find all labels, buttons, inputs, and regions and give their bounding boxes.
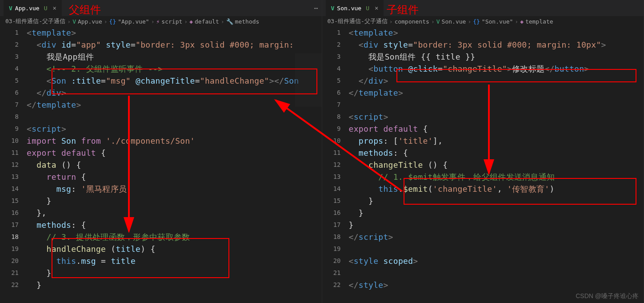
editor-right[interactable]: 12345678910111213141516171819202122 <tem… (322, 27, 644, 303)
editor-left[interactable]: 12345678910111213141516171819202122 <tem… (0, 27, 322, 303)
tab-label: Son.vue (337, 5, 361, 12)
annotation-parent: 父组件 (69, 3, 101, 17)
breadcrumbs[interactable]: 03-组件通信-父子通信 › components › V Son.vue › … (322, 16, 644, 27)
vue-icon: V (331, 5, 335, 12)
more-icon[interactable]: ⋯ (314, 4, 318, 12)
tab-actions: ⋯ (314, 4, 318, 12)
modified-indicator: U (366, 5, 369, 12)
minimap[interactable] (295, 53, 322, 107)
watermark: CSDN @嗓子疼谁心疼 (576, 292, 639, 300)
vue-icon: V (9, 5, 12, 12)
code-area[interactable]: <template> <div style="border: 3px solid… (349, 27, 644, 303)
tab-son-vue[interactable]: V Son.vue U × (326, 0, 384, 16)
annotation-child: 子组件 (387, 3, 419, 17)
close-icon[interactable]: × (375, 4, 378, 12)
line-gutter: 12345678910111213141516171819202122 (322, 27, 349, 303)
editor-pane-left: V App.vue U × 父组件 ⋯ 03-组件通信-父子通信 › V App… (0, 0, 322, 303)
tab-label: App.vue (15, 5, 40, 12)
line-gutter: 12345678910111213141516171819202122 (0, 27, 27, 303)
tab-app-vue[interactable]: V App.vue U × (4, 0, 62, 16)
code-area[interactable]: <template> <div id="app" style="border: … (27, 27, 322, 303)
editor-pane-right: V Son.vue U × 子组件 03-组件通信-父子通信 › compone… (322, 0, 644, 303)
tab-bar: V App.vue U × 父组件 ⋯ (0, 0, 322, 16)
tab-bar: V Son.vue U × 子组件 (322, 0, 644, 16)
modified-indicator: U (44, 5, 48, 12)
close-icon[interactable]: × (52, 4, 56, 12)
breadcrumbs[interactable]: 03-组件通信-父子通信 › V App.vue › {} "App.vue" … (0, 16, 322, 27)
